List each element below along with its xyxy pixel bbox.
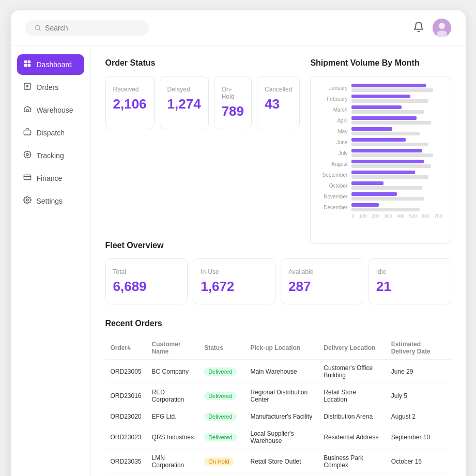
stat-card-delayed: Delayed 1,274 <box>160 76 209 129</box>
table-row: ORD23016RED CorporationDeliveredRegional… <box>105 384 451 408</box>
table-cell: Industrial Estate <box>318 474 386 477</box>
table-cell: Retail Store Outlet <box>245 450 318 474</box>
table-cell: August 2 <box>386 408 451 425</box>
col-delivery: Delivery Location <box>318 336 386 360</box>
bar-purple <box>351 105 401 109</box>
x-label-200: 200 <box>372 213 379 219</box>
stat-label-onhold: On-Hold <box>222 86 244 100</box>
svg-point-13 <box>26 153 28 156</box>
sidebar-label-tracking: Tracking <box>37 151 64 160</box>
topbar-right <box>413 19 451 37</box>
stat-card-received: Received 2,106 <box>105 76 155 129</box>
chart-row: March <box>319 105 442 114</box>
sidebar-item-settings[interactable]: Settings <box>17 191 84 211</box>
table-cell: Customer's Office Building <box>318 360 386 384</box>
order-stat-cards: Received 2,106 Delayed 1,274 On-Hold 789 <box>105 76 300 129</box>
table-cell: RED Corporation <box>147 384 199 408</box>
sidebar-item-tracking[interactable]: Tracking <box>17 145 84 166</box>
search-icon <box>35 24 41 32</box>
stat-value-delayed: 1,274 <box>167 96 201 112</box>
chart-bar-group <box>351 203 442 211</box>
bar-gray <box>351 121 431 125</box>
chart-month-label: September <box>319 172 347 178</box>
col-order: Order# <box>105 336 147 360</box>
chart-bar-group <box>351 138 442 146</box>
search-bar[interactable] <box>25 20 149 36</box>
chart-month-label: May <box>319 129 347 134</box>
table-row: ORD23042PQR Ltd.CancelledProduction Plan… <box>105 474 451 477</box>
fleet-stat-cards: Total 6,689 In-Use 1,672 Available 287 I… <box>105 258 451 304</box>
svg-point-20 <box>26 199 28 201</box>
bar-purple <box>351 138 406 142</box>
status-badge: Delivered <box>204 433 236 441</box>
svg-rect-11 <box>24 130 30 135</box>
table-cell: ORD23042 <box>105 474 147 477</box>
chart-row: July <box>319 149 442 157</box>
x-label-100: 100 <box>359 213 367 219</box>
bar-gray <box>351 186 422 190</box>
table-cell: ORD23023 <box>105 425 147 450</box>
table-cell: BC Company <box>147 360 199 384</box>
sidebar-item-orders[interactable]: Orders <box>17 77 84 98</box>
notification-button[interactable] <box>413 21 424 35</box>
chart-bar-group <box>351 149 442 157</box>
sidebar-item-finance[interactable]: Finance <box>17 168 84 189</box>
shipment-title: Shipment Volume By Month <box>310 58 451 68</box>
sidebar-item-warehouse[interactable]: Warehouse <box>17 100 84 120</box>
table-cell: ORD23020 <box>105 408 147 425</box>
avatar[interactable] <box>433 19 451 37</box>
bar-purple <box>351 84 426 87</box>
main-layout: Dashboard Orders Warehouse Dispatch <box>11 46 466 476</box>
sidebar-item-dispatch[interactable]: Dispatch <box>17 122 84 143</box>
bar-gray <box>351 175 428 179</box>
bar-gray <box>351 99 428 103</box>
orders-tbody: ORD23005BC CompanyDeliveredMain Warehous… <box>105 360 451 477</box>
sidebar-label-orders: Orders <box>37 83 59 91</box>
svg-rect-6 <box>27 60 30 63</box>
svg-line-1 <box>39 29 40 30</box>
dashboard-icon <box>23 59 32 70</box>
bar-purple <box>351 149 422 152</box>
chart-row: June <box>319 138 442 146</box>
orders-icon <box>23 82 32 93</box>
x-label-0: 0 <box>351 213 354 219</box>
bar-gray <box>351 208 419 211</box>
chart-bar-group <box>351 192 442 201</box>
chart-month-label: December <box>319 205 347 210</box>
table-cell: Residential Address <box>318 425 386 450</box>
bar-purple <box>351 95 410 98</box>
table-cell: ORD23035 <box>105 450 147 474</box>
stat-card-onhold: On-Hold 789 <box>214 76 252 129</box>
table-cell: ORD23005 <box>105 360 147 384</box>
chart-bar-group <box>351 95 442 103</box>
sidebar-label-dispatch: Dispatch <box>37 129 65 137</box>
chart-inner: JanuaryFebruaryMarchAprilMayJuneJulyAugu… <box>319 84 442 211</box>
table-cell: ORD23016 <box>105 384 147 408</box>
table-cell: LMN Corporation <box>147 450 199 474</box>
table-cell: QRS Industries <box>147 425 199 450</box>
col-date: Estimated Delivery Date <box>386 336 451 360</box>
warehouse-icon <box>23 105 32 115</box>
chart-row: January <box>319 84 442 92</box>
table-cell: PQR Ltd. <box>147 474 199 477</box>
dispatch-icon <box>23 128 32 138</box>
table-cell: Local Supplier's Warehouse <box>245 425 318 450</box>
chart-bar-group <box>351 181 442 190</box>
table-cell: Regional Distribution Center <box>245 384 318 408</box>
x-label-500: 500 <box>409 213 417 219</box>
bar-gray <box>351 132 419 135</box>
sidebar-label-settings: Settings <box>37 197 63 205</box>
chart-month-label: July <box>319 150 347 156</box>
chart-row: February <box>319 95 442 103</box>
bar-gray <box>351 143 428 146</box>
search-input[interactable] <box>45 24 140 32</box>
bar-gray <box>351 153 433 157</box>
chart-row: December <box>319 203 442 211</box>
chart-month-label: November <box>319 194 347 199</box>
sidebar-item-dashboard[interactable]: Dashboard <box>17 54 84 75</box>
bar-gray <box>351 88 433 92</box>
bar-purple <box>351 192 397 196</box>
svg-rect-7 <box>24 64 27 67</box>
chart-bar-group <box>351 116 442 125</box>
col-status: Status <box>199 336 245 360</box>
